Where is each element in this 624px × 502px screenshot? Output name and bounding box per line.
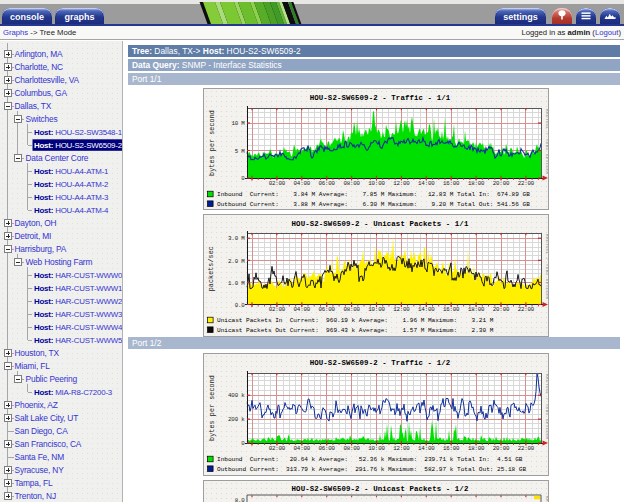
svg-text:20:00: 20:00: [493, 445, 510, 452]
svg-text:12:00: 12:00: [393, 306, 410, 313]
svg-text:Detroit, MI: Detroit, MI: [15, 231, 52, 241]
svg-text:Syracuse, NY: Syracuse, NY: [15, 465, 65, 475]
svg-text:HOU-S2-SW6509-2 - Traffic - 1/: HOU-S2-SW6509-2 - Traffic - 1/2: [310, 359, 451, 367]
svg-text:08:00: 08:00: [343, 445, 360, 452]
svg-text:San Diego, CA: San Diego, CA: [15, 426, 69, 436]
svg-text:HOU-S2-SW6509-2 - Unicast Pack: HOU-S2-SW6509-2 - Unicast Packets - 1/1: [292, 220, 469, 228]
svg-text:Outbound Current: 3.88 M Av: Outbound Current: 3.88 M Average: 6.30 M…: [217, 201, 530, 208]
svg-text:08:00: 08:00: [343, 180, 360, 187]
svg-text:Host: HOU-S2-SW6509-2: Host: HOU-S2-SW6509-2: [34, 141, 122, 150]
svg-text:Harrisburg, PA: Harrisburg, PA: [15, 244, 67, 254]
svg-text:Host: HAR-CUST-WWW0: Host: HAR-CUST-WWW0: [34, 271, 122, 280]
svg-text:Miami, FL: Miami, FL: [15, 361, 51, 371]
svg-text:16:00: 16:00: [443, 180, 460, 187]
svg-text:0: 0: [241, 440, 245, 447]
svg-text:Web Hosting Farm: Web Hosting Farm: [26, 257, 93, 267]
svg-text:Data Center Core: Data Center Core: [26, 153, 89, 163]
svg-text:10 M: 10 M: [231, 120, 245, 127]
svg-text:Host: HOU-A4-ATM-4: Host: HOU-A4-ATM-4: [34, 206, 109, 215]
svg-text:Host: HAR-CUST-WWW2: Host: HAR-CUST-WWW2: [34, 297, 122, 306]
svg-text:14:00: 14:00: [418, 445, 435, 452]
svg-text:Host: MIA-R8-C7200-3: Host: MIA-R8-C7200-3: [34, 388, 113, 397]
svg-text:Tampa, FL: Tampa, FL: [15, 478, 53, 488]
svg-text:2.0 M: 2.0 M: [228, 258, 245, 265]
svg-text:bytes per second: bytes per second: [208, 110, 216, 176]
svg-text:04:00: 04:00: [294, 445, 311, 452]
svg-text:Houston, TX: Houston, TX: [15, 348, 60, 358]
svg-text:packets/sec: packets/sec: [208, 246, 216, 291]
svg-text:Public Peering: Public Peering: [26, 374, 78, 384]
svg-text:Dallas, TX: Dallas, TX: [15, 101, 52, 111]
svg-text:02:00: 02:00: [269, 306, 286, 313]
svg-text:5 M: 5 M: [235, 148, 246, 155]
svg-text:22:00: 22:00: [518, 306, 535, 313]
svg-text:Arlington, MA: Arlington, MA: [15, 49, 64, 59]
svg-text:8.0: 8.0: [235, 497, 246, 502]
svg-text:RRDTOOL / TOBI OETIKER: RRDTOOL / TOBI OETIKER: [545, 374, 548, 440]
svg-text:04:00: 04:00: [294, 306, 311, 313]
svg-text:06:00: 06:00: [318, 180, 335, 187]
svg-text:18:00: 18:00: [468, 445, 485, 452]
svg-text:Inbound Current: 3.84 M Av: Inbound Current: 3.84 M Average: 7.85 M …: [217, 191, 530, 198]
svg-text:10:00: 10:00: [368, 445, 385, 452]
svg-text:10:00: 10:00: [368, 180, 385, 187]
svg-text:RRDTOOL / TOBI OETIKER: RRDTOOL / TOBI OETIKER: [545, 234, 548, 300]
svg-text:12:00: 12:00: [393, 180, 410, 187]
svg-text:Switches: Switches: [26, 114, 58, 124]
svg-text:10:00: 10:00: [368, 306, 385, 313]
svg-text:Host: HAR-CUST-WWW4: Host: HAR-CUST-WWW4: [34, 323, 122, 332]
svg-text:Host: HOU-A4-ATM-2: Host: HOU-A4-ATM-2: [34, 180, 108, 189]
svg-text:Host: HAR-CUST-WWW3: Host: HAR-CUST-WWW3: [34, 310, 122, 319]
svg-text:Charlotte, NC: Charlotte, NC: [15, 62, 64, 72]
svg-text:HOU-S2-SW6509-2 - Traffic - 1/: HOU-S2-SW6509-2 - Traffic - 1/1: [310, 94, 451, 102]
svg-text:Host: HOU-A4-ATM-3: Host: HOU-A4-ATM-3: [34, 193, 109, 202]
svg-text:Dayton, OH: Dayton, OH: [15, 218, 57, 228]
svg-text:16:00: 16:00: [443, 306, 460, 313]
svg-text:20:00: 20:00: [493, 306, 510, 313]
svg-text:Host: HAR-CUST-WWW5: Host: HAR-CUST-WWW5: [34, 336, 122, 345]
svg-text:04:00: 04:00: [294, 180, 311, 187]
svg-text:400 k: 400 k: [228, 392, 245, 399]
svg-text:22:00: 22:00: [518, 180, 535, 187]
svg-text:Santa Fe, NM: Santa Fe, NM: [15, 452, 65, 462]
svg-text:Unicast Packets Out Current:: Unicast Packets Out Current: 969.43 k Av…: [217, 327, 494, 334]
svg-text:1.0 M: 1.0 M: [228, 280, 245, 287]
svg-text:22:00: 22:00: [518, 445, 535, 452]
svg-text:Charlottesville, VA: Charlottesville, VA: [15, 75, 80, 85]
svg-text:3.0 M: 3.0 M: [228, 235, 245, 242]
svg-text:12:00: 12:00: [393, 445, 410, 452]
svg-text:08:00: 08:00: [343, 306, 360, 313]
svg-text:02:00: 02:00: [269, 445, 286, 452]
svg-text:06:00: 06:00: [318, 445, 335, 452]
svg-text:Outbound Current: 313.79 k Av: Outbound Current: 313.79 k Average: 291.…: [217, 466, 526, 473]
svg-text:18:00: 18:00: [468, 306, 485, 313]
svg-text:14:00: 14:00: [418, 180, 435, 187]
svg-text:Host: HAR-CUST-WWW1: Host: HAR-CUST-WWW1: [34, 284, 122, 293]
svg-text:0: 0: [241, 175, 245, 182]
svg-text:18:00: 18:00: [468, 180, 485, 187]
svg-text:HOU-S2-SW6509-2 - Unicast Pack: HOU-S2-SW6509-2 - Unicast Packets - 1/2: [292, 485, 469, 493]
svg-text:Host: HOU-S2-SW3548-1: Host: HOU-S2-SW3548-1: [34, 128, 122, 137]
svg-text:06:00: 06:00: [318, 306, 335, 313]
svg-text:bytes per second: bytes per second: [208, 375, 216, 441]
svg-text:16:00: 16:00: [443, 445, 460, 452]
svg-text:Salt Lake City, UT: Salt Lake City, UT: [15, 413, 79, 423]
svg-text:14:00: 14:00: [418, 306, 435, 313]
svg-text:Columbus, GA: Columbus, GA: [15, 88, 68, 98]
svg-text:RRDTOOL: RRDTOOL: [545, 496, 548, 502]
svg-text:San Francisco, CA: San Francisco, CA: [15, 439, 82, 449]
svg-text:Inbound Current: 20.64 k Av: Inbound Current: 20.64 k Average: 52.36 …: [217, 456, 523, 463]
svg-text:Trenton, NJ: Trenton, NJ: [15, 491, 56, 501]
svg-text:RRDTOOL / TOBI OETIKER: RRDTOOL / TOBI OETIKER: [545, 109, 548, 175]
svg-text:02:00: 02:00: [269, 180, 286, 187]
svg-text:200 k: 200 k: [228, 416, 245, 423]
svg-text:Unicast Packets In Current:: Unicast Packets In Current: 960.19 k Ave…: [217, 317, 494, 324]
svg-text:Host: HOU-A4-ATM-1: Host: HOU-A4-ATM-1: [34, 167, 108, 176]
svg-text:20:00: 20:00: [493, 180, 510, 187]
svg-text:Phoenix, AZ: Phoenix, AZ: [15, 400, 58, 410]
svg-text:0.0: 0.0: [235, 302, 246, 309]
